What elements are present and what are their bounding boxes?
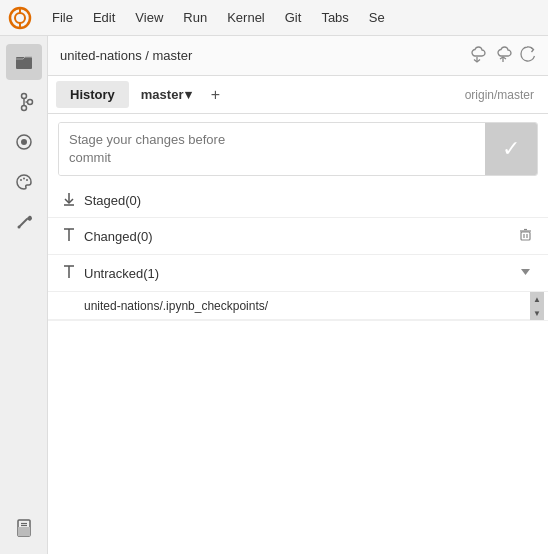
menu-file[interactable]: File	[44, 6, 81, 29]
svg-point-6	[21, 106, 26, 111]
svg-rect-27	[521, 232, 530, 240]
menu-se[interactable]: Se	[361, 6, 393, 29]
staged-section: Staged(0)	[48, 184, 548, 218]
svg-point-16	[17, 226, 20, 229]
tabs-row: History master ▾ + origin/master	[48, 76, 548, 114]
svg-point-14	[26, 179, 28, 181]
content-panel: united-nations / master	[48, 36, 548, 554]
staged-icon	[60, 192, 78, 209]
tab-history[interactable]: History	[56, 81, 129, 108]
untracked-icon	[60, 265, 78, 282]
svg-marker-34	[521, 269, 530, 275]
branch-selector[interactable]: master ▾	[133, 83, 201, 106]
svg-point-13	[23, 178, 25, 180]
changed-label: Changed(0)	[84, 229, 509, 244]
svg-line-15	[19, 219, 27, 227]
sidebar-icon-wrench[interactable]	[6, 204, 42, 240]
origin-label: origin/master	[459, 84, 540, 106]
untracked-section: Untracked(1)	[48, 255, 548, 292]
menubar: File Edit View Run Kernel Git Tabs Se	[0, 0, 548, 36]
staged-label: Staged(0)	[84, 193, 536, 208]
menu-view[interactable]: View	[127, 6, 171, 29]
menu-edit[interactable]: Edit	[85, 6, 123, 29]
sidebar	[0, 36, 48, 554]
untracked-file-row: united-nations/.ipynb_checkpoints/ ▲ ▼	[48, 292, 548, 321]
scrollbar[interactable]: ▲ ▼	[530, 292, 546, 320]
untracked-label: Untracked(1)	[84, 266, 509, 281]
svg-rect-18	[18, 527, 30, 536]
changed-section: Changed(0)	[48, 218, 548, 255]
repo-title: united-nations / master	[60, 48, 460, 63]
checkmark-icon: ✓	[502, 136, 520, 162]
scroll-down-button[interactable]: ▼	[530, 306, 544, 320]
dropdown-icon[interactable]	[515, 263, 536, 283]
repo-header: united-nations / master	[48, 36, 548, 76]
pull-icon[interactable]	[468, 45, 486, 67]
refresh-icon[interactable]	[520, 46, 536, 66]
commit-message-input[interactable]	[59, 123, 485, 175]
svg-point-12	[20, 179, 22, 181]
sidebar-icon-git[interactable]	[6, 84, 42, 120]
commit-button[interactable]: ✓	[485, 123, 537, 175]
commit-area: ✓	[58, 122, 538, 176]
trash-icon[interactable]	[515, 226, 536, 246]
svg-point-7	[27, 100, 32, 105]
sidebar-icon-circle[interactable]	[6, 124, 42, 160]
branch-chevron-icon: ▾	[185, 87, 192, 102]
svg-point-11	[21, 139, 27, 145]
sidebar-icon-palette[interactable]	[6, 164, 42, 200]
menu-run[interactable]: Run	[175, 6, 215, 29]
svg-point-1	[15, 13, 25, 23]
new-branch-button[interactable]: +	[204, 84, 226, 106]
menu-kernel[interactable]: Kernel	[219, 6, 273, 29]
menu-tabs[interactable]: Tabs	[313, 6, 356, 29]
changed-icon	[60, 228, 78, 245]
file-name: united-nations/.ipynb_checkpoints/	[84, 299, 518, 313]
main-layout: united-nations / master	[0, 36, 548, 554]
scroll-up-button[interactable]: ▲	[530, 292, 544, 306]
push-icon[interactable]	[494, 45, 512, 67]
svg-point-5	[21, 94, 26, 99]
sidebar-icon-folder[interactable]	[6, 44, 42, 80]
menu-git[interactable]: Git	[277, 6, 310, 29]
list-item: united-nations/.ipynb_checkpoints/	[48, 293, 530, 320]
app-logo	[8, 6, 32, 30]
branch-name: master	[141, 87, 184, 102]
sidebar-icon-file[interactable]	[6, 510, 42, 546]
